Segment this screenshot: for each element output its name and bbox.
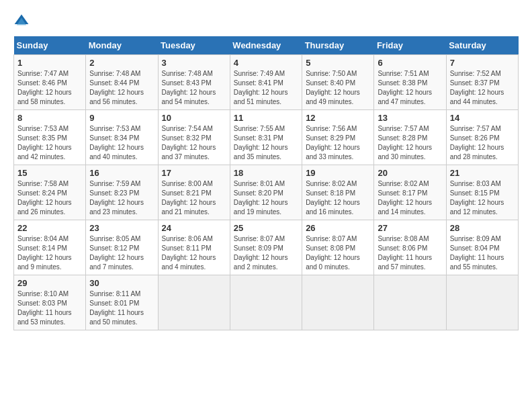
day-number: 16 [89, 168, 154, 178]
weekday-header-wednesday: Wednesday [230, 36, 302, 55]
day-info: Sunrise: 8:09 AM Sunset: 8:04 PM Dayligh… [450, 234, 515, 272]
day-number: 4 [234, 58, 298, 68]
calendar-cell: 16Sunrise: 7:59 AM Sunset: 8:23 PM Dayli… [86, 165, 158, 220]
day-number: 14 [450, 113, 515, 123]
day-info: Sunrise: 8:07 AM Sunset: 8:09 PM Dayligh… [234, 234, 298, 272]
day-info: Sunrise: 7:48 AM Sunset: 8:43 PM Dayligh… [162, 69, 226, 107]
day-number: 12 [306, 113, 370, 123]
calendar-cell: 23Sunrise: 8:05 AM Sunset: 8:12 PM Dayli… [86, 220, 158, 275]
calendar-cell [302, 275, 374, 330]
day-number: 2 [89, 58, 154, 68]
day-info: Sunrise: 7:58 AM Sunset: 8:24 PM Dayligh… [17, 179, 82, 217]
calendar-cell: 17Sunrise: 8:00 AM Sunset: 8:21 PM Dayli… [158, 165, 230, 220]
day-number: 13 [378, 113, 442, 123]
day-number: 17 [162, 168, 226, 178]
calendar-cell: 19Sunrise: 8:02 AM Sunset: 8:18 PM Dayli… [302, 165, 374, 220]
calendar-cell: 20Sunrise: 8:02 AM Sunset: 8:17 PM Dayli… [374, 165, 446, 220]
day-info: Sunrise: 8:00 AM Sunset: 8:21 PM Dayligh… [162, 179, 226, 217]
day-number: 21 [450, 168, 515, 178]
calendar-cell [158, 275, 230, 330]
calendar-cell: 13Sunrise: 7:57 AM Sunset: 8:28 PM Dayli… [374, 110, 446, 165]
day-number: 7 [450, 58, 515, 68]
calendar-cell: 11Sunrise: 7:55 AM Sunset: 8:31 PM Dayli… [230, 110, 302, 165]
day-number: 23 [89, 223, 154, 233]
calendar-cell [446, 275, 518, 330]
calendar-cell: 14Sunrise: 7:57 AM Sunset: 8:26 PM Dayli… [446, 110, 518, 165]
calendar-week-2: 8Sunrise: 7:53 AM Sunset: 8:35 PM Daylig… [14, 110, 519, 165]
calendar-cell: 1Sunrise: 7:47 AM Sunset: 8:46 PM Daylig… [14, 55, 86, 110]
logo [13, 13, 31, 30]
calendar-cell: 6Sunrise: 7:51 AM Sunset: 8:38 PM Daylig… [374, 55, 446, 110]
day-info: Sunrise: 8:02 AM Sunset: 8:18 PM Dayligh… [306, 179, 370, 217]
weekday-header-saturday: Saturday [446, 36, 518, 55]
day-number: 20 [378, 168, 442, 178]
day-info: Sunrise: 7:49 AM Sunset: 8:41 PM Dayligh… [234, 69, 298, 107]
calendar-cell: 29Sunrise: 8:10 AM Sunset: 8:03 PM Dayli… [14, 275, 86, 330]
day-number: 8 [17, 113, 82, 123]
day-info: Sunrise: 8:05 AM Sunset: 8:12 PM Dayligh… [89, 234, 154, 272]
day-info: Sunrise: 7:56 AM Sunset: 8:29 PM Dayligh… [306, 124, 370, 162]
calendar: SundayMondayTuesdayWednesdayThursdayFrid… [13, 36, 519, 330]
day-info: Sunrise: 7:52 AM Sunset: 8:37 PM Dayligh… [450, 69, 515, 107]
calendar-week-5: 29Sunrise: 8:10 AM Sunset: 8:03 PM Dayli… [14, 275, 519, 330]
calendar-cell: 24Sunrise: 8:06 AM Sunset: 8:11 PM Dayli… [158, 220, 230, 275]
day-number: 18 [234, 168, 298, 178]
weekday-header-thursday: Thursday [302, 36, 374, 55]
calendar-cell: 8Sunrise: 7:53 AM Sunset: 8:35 PM Daylig… [14, 110, 86, 165]
calendar-cell: 25Sunrise: 8:07 AM Sunset: 8:09 PM Dayli… [230, 220, 302, 275]
day-info: Sunrise: 7:50 AM Sunset: 8:40 PM Dayligh… [306, 69, 370, 107]
day-number: 28 [450, 223, 515, 233]
day-number: 3 [162, 58, 226, 68]
day-number: 27 [378, 223, 442, 233]
calendar-cell: 10Sunrise: 7:54 AM Sunset: 8:32 PM Dayli… [158, 110, 230, 165]
day-number: 24 [162, 223, 226, 233]
calendar-week-4: 22Sunrise: 8:04 AM Sunset: 8:14 PM Dayli… [14, 220, 519, 275]
page-header [13, 13, 519, 30]
calendar-cell: 18Sunrise: 8:01 AM Sunset: 8:20 PM Dayli… [230, 165, 302, 220]
day-info: Sunrise: 7:59 AM Sunset: 8:23 PM Dayligh… [89, 179, 154, 217]
day-info: Sunrise: 7:54 AM Sunset: 8:32 PM Dayligh… [162, 124, 226, 162]
calendar-cell: 15Sunrise: 7:58 AM Sunset: 8:24 PM Dayli… [14, 165, 86, 220]
weekday-header-friday: Friday [374, 36, 446, 55]
calendar-cell: 26Sunrise: 8:07 AM Sunset: 8:08 PM Dayli… [302, 220, 374, 275]
day-info: Sunrise: 8:04 AM Sunset: 8:14 PM Dayligh… [17, 234, 82, 272]
day-number: 29 [17, 278, 82, 288]
day-info: Sunrise: 7:57 AM Sunset: 8:28 PM Dayligh… [378, 124, 442, 162]
day-info: Sunrise: 7:53 AM Sunset: 8:34 PM Dayligh… [89, 124, 154, 162]
weekday-header-row: SundayMondayTuesdayWednesdayThursdayFrid… [14, 36, 519, 55]
weekday-header-monday: Monday [86, 36, 158, 55]
day-info: Sunrise: 8:01 AM Sunset: 8:20 PM Dayligh… [234, 179, 298, 217]
calendar-cell [374, 275, 446, 330]
calendar-week-1: 1Sunrise: 7:47 AM Sunset: 8:46 PM Daylig… [14, 55, 519, 110]
logo-icon [13, 13, 30, 30]
day-number: 26 [306, 223, 370, 233]
calendar-cell: 9Sunrise: 7:53 AM Sunset: 8:34 PM Daylig… [86, 110, 158, 165]
calendar-cell: 3Sunrise: 7:48 AM Sunset: 8:43 PM Daylig… [158, 55, 230, 110]
day-number: 30 [89, 278, 154, 288]
day-info: Sunrise: 8:02 AM Sunset: 8:17 PM Dayligh… [378, 179, 442, 217]
weekday-header-sunday: Sunday [14, 36, 86, 55]
calendar-cell: 12Sunrise: 7:56 AM Sunset: 8:29 PM Dayli… [302, 110, 374, 165]
day-info: Sunrise: 7:57 AM Sunset: 8:26 PM Dayligh… [450, 124, 515, 162]
day-number: 9 [89, 113, 154, 123]
day-info: Sunrise: 7:53 AM Sunset: 8:35 PM Dayligh… [17, 124, 82, 162]
weekday-header-tuesday: Tuesday [158, 36, 230, 55]
calendar-cell: 7Sunrise: 7:52 AM Sunset: 8:37 PM Daylig… [446, 55, 518, 110]
day-info: Sunrise: 8:11 AM Sunset: 8:01 PM Dayligh… [89, 289, 154, 327]
calendar-cell: 27Sunrise: 8:08 AM Sunset: 8:06 PM Dayli… [374, 220, 446, 275]
calendar-week-3: 15Sunrise: 7:58 AM Sunset: 8:24 PM Dayli… [14, 165, 519, 220]
day-info: Sunrise: 7:51 AM Sunset: 8:38 PM Dayligh… [378, 69, 442, 107]
day-number: 15 [17, 168, 82, 178]
day-info: Sunrise: 8:03 AM Sunset: 8:15 PM Dayligh… [450, 179, 515, 217]
day-info: Sunrise: 7:47 AM Sunset: 8:46 PM Dayligh… [17, 69, 82, 107]
day-info: Sunrise: 7:55 AM Sunset: 8:31 PM Dayligh… [234, 124, 298, 162]
day-info: Sunrise: 8:10 AM Sunset: 8:03 PM Dayligh… [17, 289, 82, 327]
calendar-cell: 30Sunrise: 8:11 AM Sunset: 8:01 PM Dayli… [86, 275, 158, 330]
calendar-cell: 28Sunrise: 8:09 AM Sunset: 8:04 PM Dayli… [446, 220, 518, 275]
day-number: 5 [306, 58, 370, 68]
day-number: 6 [378, 58, 442, 68]
day-number: 25 [234, 223, 298, 233]
day-number: 10 [162, 113, 226, 123]
day-number: 22 [17, 223, 82, 233]
calendar-cell: 4Sunrise: 7:49 AM Sunset: 8:41 PM Daylig… [230, 55, 302, 110]
